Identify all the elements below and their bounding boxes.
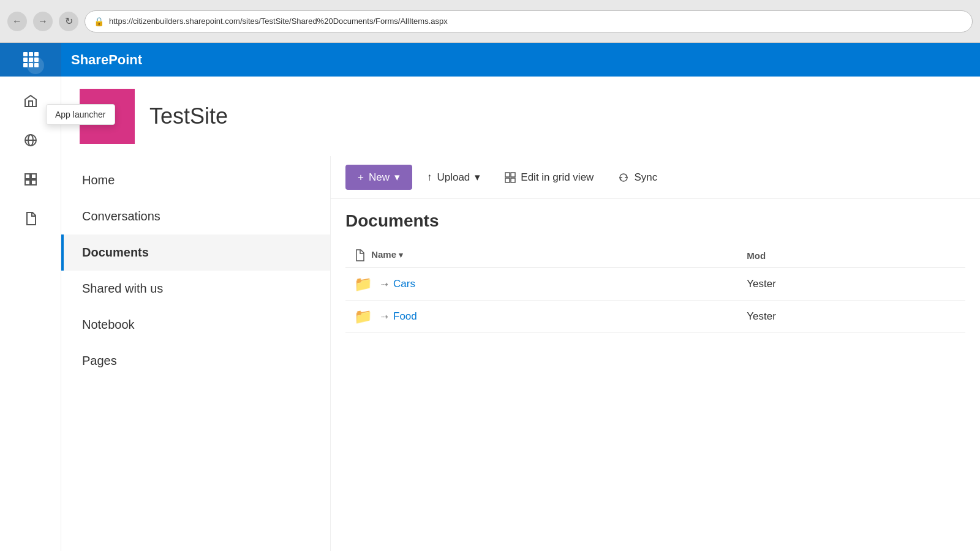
upload-chevron-icon: ▾ (475, 171, 480, 184)
svg-rect-6 (31, 180, 36, 185)
sharepoint-logo: SharePoint (61, 52, 142, 68)
sync-label: Sync (634, 171, 657, 184)
home-icon[interactable] (12, 83, 49, 119)
svg-rect-4 (31, 174, 36, 179)
folder-row-food: 📁 ⇢ Food (354, 308, 729, 325)
sp-header: SharePoint (0, 43, 980, 77)
nav-item-home[interactable]: Home (61, 162, 330, 198)
globe-icon[interactable] (12, 122, 49, 159)
folder-name-cars[interactable]: Cars (393, 278, 415, 290)
folder-icon: 📁 (354, 308, 372, 325)
svg-rect-3 (25, 174, 30, 179)
folder-name-food[interactable]: Food (393, 310, 417, 323)
modified-cars: Yester (738, 268, 965, 301)
tooltip-text: App launcher (55, 110, 106, 119)
left-nav: Home Conversations Documents Shared with… (61, 156, 331, 551)
address-bar[interactable]: 🔒 https://citizenbuilders.sharepoint.com… (85, 10, 973, 32)
upload-icon: ↑ (427, 171, 432, 184)
svg-rect-8 (511, 173, 515, 177)
plus-icon: + (358, 171, 364, 184)
content-area: + New ▾ ↑ Upload ▾ (331, 156, 980, 551)
upload-button-label: Upload (437, 171, 470, 184)
doc-toolbar: + New ▾ ↑ Upload ▾ (331, 156, 980, 199)
upload-button[interactable]: ↑ Upload ▾ (417, 165, 490, 190)
grid-icon (505, 171, 516, 184)
browser-chrome: ← → ↻ 🔒 https://citizenbuilders.sharepoi… (0, 0, 980, 43)
sync-arrow-icon: ⇢ (381, 312, 388, 321)
back-button[interactable]: ← (7, 12, 27, 31)
sync-arrow-icon: ⇢ (381, 279, 388, 289)
col-header-name[interactable]: Name ▾ (345, 243, 738, 268)
app-launcher-button[interactable] (0, 43, 61, 77)
lock-icon: 🔒 (94, 17, 104, 26)
nav-item-conversations[interactable]: Conversations (61, 198, 330, 234)
new-button-label: New (369, 171, 390, 184)
svg-rect-10 (511, 178, 515, 182)
main-layout: Home Conversations Documents Shared with… (61, 156, 980, 551)
nav-item-documents[interactable]: Documents (61, 234, 330, 271)
folder-row-cars: 📁 ⇢ Cars (354, 276, 729, 293)
folder-icon: 📁 (354, 276, 372, 293)
col-modified-label: Mod (747, 250, 766, 261)
modified-food: Yester (738, 301, 965, 333)
list-icon[interactable] (12, 161, 49, 198)
new-chevron-icon: ▾ (394, 171, 400, 184)
new-button[interactable]: + New ▾ (345, 165, 412, 190)
refresh-button[interactable]: ↻ (59, 12, 78, 31)
site-header: T TestSite (61, 77, 980, 156)
svg-rect-7 (505, 173, 510, 177)
col-header-modified: Mod (738, 243, 965, 268)
table-row: 📁 ⇢ Cars Yester (345, 268, 965, 301)
documents-section: Documents Name (331, 199, 980, 345)
table-row: 📁 ⇢ Food Yester (345, 301, 965, 333)
sort-icon: ▾ (399, 250, 403, 260)
file-header-icon (354, 249, 371, 260)
nav-item-pages[interactable]: Pages (61, 343, 330, 379)
edit-grid-label: Edit in grid view (521, 171, 594, 184)
forward-button[interactable]: → (33, 12, 53, 31)
nav-item-notebook[interactable]: Notebook (61, 307, 330, 343)
sync-icon (618, 171, 629, 184)
app-launcher-tooltip: App launcher (46, 104, 115, 125)
url-text: https://citizenbuilders.sharepoint.com/s… (109, 17, 448, 26)
nav-item-shared[interactable]: Shared with us (61, 271, 330, 307)
site-container: T TestSite Home Conversations Documents … (61, 77, 980, 551)
edit-grid-button[interactable]: Edit in grid view (495, 165, 603, 190)
documents-title: Documents (345, 211, 965, 231)
col-name-label: Name (371, 249, 396, 260)
cursor-hover (27, 57, 44, 74)
site-title: TestSite (149, 103, 228, 129)
svg-rect-9 (505, 178, 510, 182)
icon-rail (0, 77, 61, 551)
sync-button[interactable]: Sync (608, 165, 667, 190)
documents-table: Name ▾ Mod 📁 (345, 243, 965, 333)
svg-rect-5 (25, 180, 30, 185)
document-icon[interactable] (12, 200, 49, 237)
